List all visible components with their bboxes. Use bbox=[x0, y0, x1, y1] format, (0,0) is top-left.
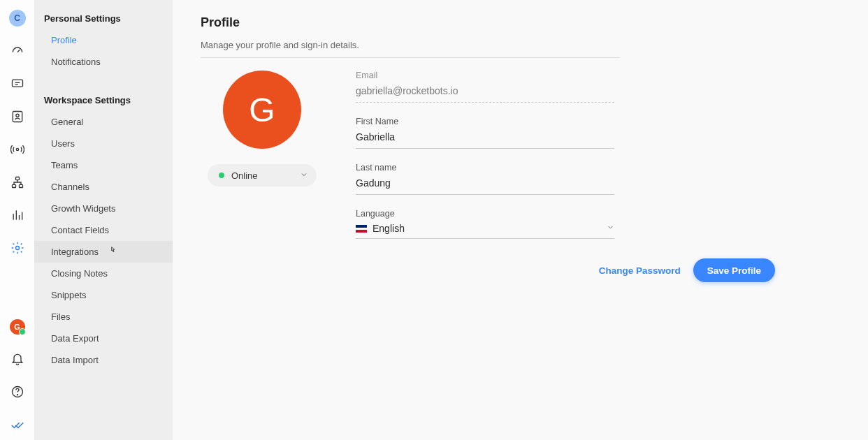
workspace-initial: C bbox=[14, 13, 20, 23]
svg-point-2 bbox=[15, 114, 18, 117]
language-label: Language bbox=[356, 209, 635, 219]
chevron-down-icon bbox=[607, 223, 614, 233]
last-name-input[interactable]: Gadung bbox=[356, 175, 614, 195]
divider bbox=[201, 57, 620, 58]
page-subtitle: Manage your profile and sign-in details. bbox=[201, 40, 846, 50]
double-check-icon[interactable] bbox=[9, 416, 26, 433]
avatar-column: G Online bbox=[206, 71, 318, 282]
svg-rect-6 bbox=[19, 184, 22, 187]
sidebar-item-channels[interactable]: Channels bbox=[34, 176, 173, 198]
sidebar-item-files[interactable]: Files bbox=[34, 306, 173, 328]
help-icon[interactable] bbox=[9, 383, 26, 400]
avatar-mini-initial: G bbox=[14, 323, 20, 331]
sidebar-item-teams[interactable]: Teams bbox=[34, 154, 173, 176]
change-password-button[interactable]: Change Password bbox=[599, 265, 681, 276]
reports-icon[interactable] bbox=[9, 207, 26, 223]
sidebar-item-users[interactable]: Users bbox=[34, 133, 173, 154]
broadcast-icon[interactable] bbox=[9, 141, 26, 158]
last-name-label: Last name bbox=[356, 163, 635, 173]
cursor-pointer-icon bbox=[108, 245, 118, 258]
settings-sidebar: Personal Settings Profile Notifications … bbox=[34, 0, 173, 440]
workspace-switcher[interactable]: C bbox=[9, 10, 26, 27]
svg-rect-4 bbox=[15, 177, 19, 180]
save-profile-button[interactable]: Save Profile bbox=[693, 258, 775, 282]
avatar-initial: G bbox=[249, 91, 275, 129]
chevron-down-icon bbox=[300, 170, 308, 181]
current-user-avatar[interactable]: G bbox=[10, 319, 25, 335]
sidebar-item-contact-fields[interactable]: Contact Fields bbox=[34, 219, 173, 241]
sidebar-item-data-import[interactable]: Data Import bbox=[34, 349, 173, 371]
sidebar-item-notifications[interactable]: Notifications bbox=[34, 51, 173, 73]
sidebar-item-data-export[interactable]: Data Export bbox=[34, 328, 173, 349]
personal-settings-heading: Personal Settings bbox=[34, 13, 173, 29]
language-select[interactable]: English bbox=[356, 221, 614, 239]
svg-point-3 bbox=[16, 148, 18, 150]
svg-point-7 bbox=[15, 247, 19, 250]
settings-icon[interactable] bbox=[9, 240, 26, 256]
messages-icon[interactable] bbox=[9, 75, 26, 92]
page-title: Profile bbox=[201, 15, 846, 30]
svg-rect-5 bbox=[12, 184, 15, 187]
email-field: gabriella@rocketbots.io bbox=[356, 83, 614, 103]
first-name-input[interactable]: Gabriella bbox=[356, 129, 614, 149]
first-name-label: First Name bbox=[356, 117, 635, 126]
sidebar-item-growth-widgets[interactable]: Growth Widgets bbox=[34, 198, 173, 219]
sidebar-item-integrations[interactable]: Integrations bbox=[34, 241, 173, 263]
dashboard-icon[interactable] bbox=[9, 43, 26, 59]
workflow-icon[interactable] bbox=[9, 174, 26, 191]
contacts-icon[interactable] bbox=[9, 108, 26, 125]
workspace-settings-heading: Workspace Settings bbox=[34, 95, 173, 111]
sidebar-item-general[interactable]: General bbox=[34, 111, 173, 133]
sidebar-item-profile[interactable]: Profile bbox=[34, 29, 173, 51]
language-value: English bbox=[372, 223, 405, 234]
status-dot-online bbox=[219, 173, 224, 178]
notifications-bell-icon[interactable] bbox=[9, 351, 26, 367]
profile-avatar[interactable]: G bbox=[223, 71, 301, 149]
sidebar-item-snippets[interactable]: Snippets bbox=[34, 284, 173, 306]
main-content: Profile Manage your profile and sign-in … bbox=[173, 0, 868, 440]
status-label: Online bbox=[231, 170, 258, 181]
svg-rect-0 bbox=[12, 80, 22, 87]
icon-rail: C G bbox=[0, 0, 34, 440]
svg-point-9 bbox=[17, 395, 17, 395]
flag-icon bbox=[356, 225, 367, 233]
email-label: Email bbox=[356, 71, 635, 80]
status-dropdown[interactable]: Online bbox=[208, 164, 317, 186]
sidebar-item-closing-notes[interactable]: Closing Notes bbox=[34, 263, 173, 284]
profile-form: Email gabriella@rocketbots.io First Name… bbox=[356, 71, 635, 282]
